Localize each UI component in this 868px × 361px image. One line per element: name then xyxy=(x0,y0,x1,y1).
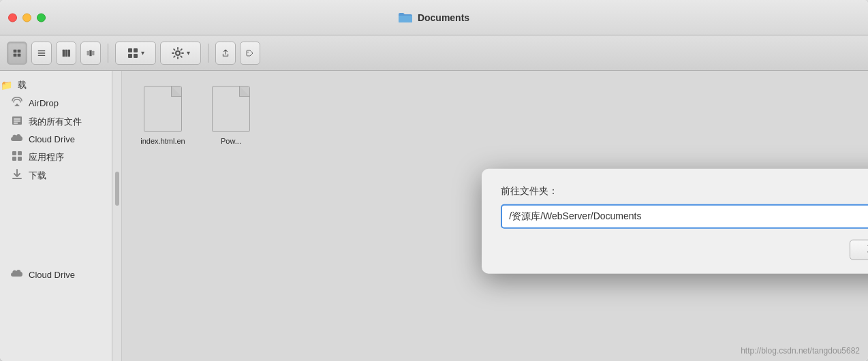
svg-rect-0 xyxy=(14,49,17,52)
toolbar-separator-2 xyxy=(208,44,208,63)
action-arrow: ▾ xyxy=(187,49,190,57)
arrange-arrow: ▾ xyxy=(141,49,144,57)
all-files-label: 我的所有文件 xyxy=(29,116,82,128)
applications-label: 应用程序 xyxy=(29,151,64,163)
svg-rect-16 xyxy=(134,54,138,58)
svg-rect-23 xyxy=(12,151,16,155)
svg-rect-11 xyxy=(89,50,91,56)
svg-rect-21 xyxy=(14,121,20,122)
columns-icon xyxy=(62,47,70,59)
title-bar: Documents xyxy=(0,0,868,35)
view-coverflow-button[interactable] xyxy=(80,42,101,65)
title-content: Documents xyxy=(399,12,469,23)
view-list-button[interactable] xyxy=(31,42,52,65)
svg-rect-13 xyxy=(128,48,132,52)
finder-window: Documents xyxy=(0,0,868,361)
downloads-label: 下载 xyxy=(29,170,46,182)
grid-icon xyxy=(13,47,21,59)
svg-rect-12 xyxy=(92,50,94,55)
cloud-drive-icon xyxy=(11,134,23,145)
svg-rect-5 xyxy=(38,52,46,53)
applications-icon xyxy=(11,151,23,163)
svg-rect-10 xyxy=(87,50,89,55)
sidebar-item-truncated-top[interactable]: 📁 载 xyxy=(0,76,112,94)
cancel-button[interactable]: 取消 xyxy=(850,240,868,260)
truncated-icon: 📁 xyxy=(0,80,12,91)
share-button[interactable] xyxy=(215,42,236,65)
sidebar-item-cloud-drive-2[interactable]: Cloud Drive xyxy=(0,266,112,283)
window-title: Documents xyxy=(418,12,469,23)
truncated-label: 载 xyxy=(18,79,27,91)
cloud-drive-2-label: Cloud Drive xyxy=(29,270,75,280)
svg-rect-25 xyxy=(12,157,16,161)
modal-buttons: 取消 前往 xyxy=(501,240,868,260)
svg-point-17 xyxy=(176,51,180,55)
sidebar-item-cloud-drive[interactable]: Cloud Drive xyxy=(0,131,112,148)
svg-rect-4 xyxy=(38,50,46,51)
view-columns-button[interactable] xyxy=(56,42,76,65)
sidebar-item-airdrop[interactable]: AirDrop xyxy=(0,94,112,112)
list-icon xyxy=(37,47,46,59)
svg-rect-1 xyxy=(18,49,21,52)
all-files-icon xyxy=(11,115,23,128)
svg-rect-3 xyxy=(18,53,21,57)
airdrop-icon xyxy=(11,97,23,110)
sidebar-item-all-files[interactable]: 我的所有文件 xyxy=(0,112,112,131)
sidebar-item-applications[interactable]: 应用程序 xyxy=(0,148,112,166)
svg-rect-6 xyxy=(38,54,46,55)
share-icon xyxy=(221,46,230,60)
view-icons-button[interactable] xyxy=(7,42,27,65)
sidebar: 📁 载 AirDrop xyxy=(0,71,112,361)
arrange-icon xyxy=(127,48,138,59)
sidebar-item-downloads[interactable]: 下载 xyxy=(0,166,112,185)
folder-icon xyxy=(399,12,412,23)
svg-point-18 xyxy=(247,51,249,52)
action-button[interactable]: ▾ xyxy=(160,42,201,65)
cloud-drive-2-icon xyxy=(11,269,23,281)
goto-folder-dialog: 前往文件夹： 取消 前往 xyxy=(482,169,868,274)
svg-rect-7 xyxy=(63,49,65,57)
svg-rect-9 xyxy=(68,49,70,57)
svg-rect-24 xyxy=(18,151,22,155)
tag-button[interactable] xyxy=(240,42,260,65)
airdrop-label: AirDrop xyxy=(29,98,59,108)
folder-path-input[interactable] xyxy=(501,204,868,229)
scrollbar-thumb xyxy=(115,172,119,206)
sidebar-scrollbar[interactable] xyxy=(112,71,122,361)
svg-rect-20 xyxy=(14,119,20,120)
toolbar-separator-1 xyxy=(108,44,108,63)
svg-rect-22 xyxy=(14,123,18,124)
svg-rect-26 xyxy=(18,157,22,161)
arrange-button[interactable]: ▾ xyxy=(115,42,156,65)
svg-rect-15 xyxy=(128,54,132,58)
sidebar-spacer xyxy=(0,185,112,266)
svg-rect-8 xyxy=(65,49,67,57)
cloud-drive-label: Cloud Drive xyxy=(29,134,75,144)
modal-title: 前往文件夹： xyxy=(501,185,868,198)
main-area: 📁 载 AirDrop xyxy=(0,71,868,361)
svg-rect-2 xyxy=(14,53,17,57)
close-button[interactable] xyxy=(8,13,17,22)
file-area: index.html.en Pow... 前往文件夹： 取消 前往 xyxy=(122,71,868,361)
gear-icon xyxy=(172,47,184,59)
toolbar: ▾ ▾ xyxy=(0,35,868,71)
svg-rect-14 xyxy=(134,48,138,52)
tag-icon xyxy=(246,46,254,60)
coverflow-icon xyxy=(87,47,95,59)
traffic-lights xyxy=(8,13,46,22)
minimize-button[interactable] xyxy=(22,13,31,22)
downloads-icon xyxy=(11,169,23,182)
maximize-button[interactable] xyxy=(37,13,46,22)
